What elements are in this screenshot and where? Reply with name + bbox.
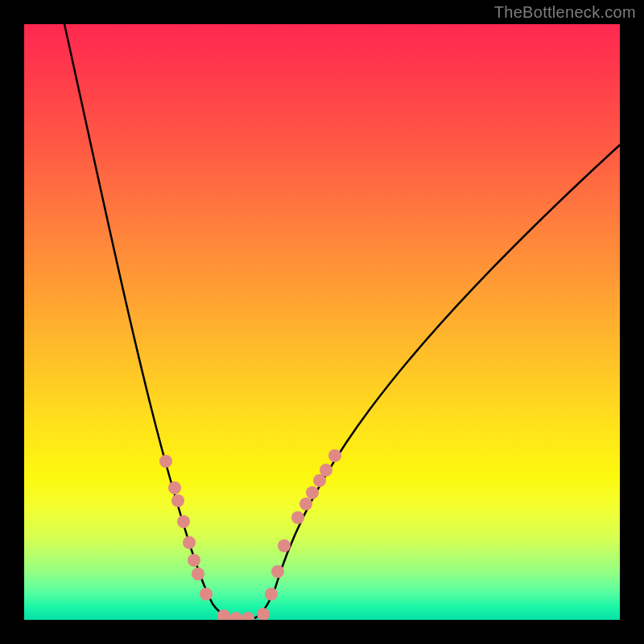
curve-svg	[24, 24, 620, 620]
data-point	[200, 588, 213, 601]
data-point	[320, 464, 332, 477]
data-point	[168, 481, 181, 494]
data-point	[271, 565, 284, 578]
data-point	[328, 449, 341, 462]
data-point	[242, 612, 254, 620]
dots-right	[257, 449, 341, 620]
data-point	[177, 515, 190, 528]
curve-right	[254, 145, 620, 618]
data-point	[291, 511, 304, 524]
data-point	[278, 539, 291, 552]
data-point	[159, 455, 172, 468]
curve-left	[64, 24, 238, 618]
data-point	[257, 608, 270, 620]
chart-canvas: TheBottleneck.com	[0, 0, 644, 644]
data-point	[229, 612, 242, 620]
dots-left	[159, 455, 254, 620]
data-point	[299, 497, 312, 510]
data-point	[192, 568, 204, 580]
data-point	[183, 536, 196, 549]
plot-area	[24, 24, 620, 620]
data-point	[171, 494, 184, 507]
data-point	[265, 588, 278, 601]
watermark-text: TheBottleneck.com	[494, 3, 636, 22]
data-point	[306, 486, 319, 499]
data-point	[188, 554, 200, 567]
